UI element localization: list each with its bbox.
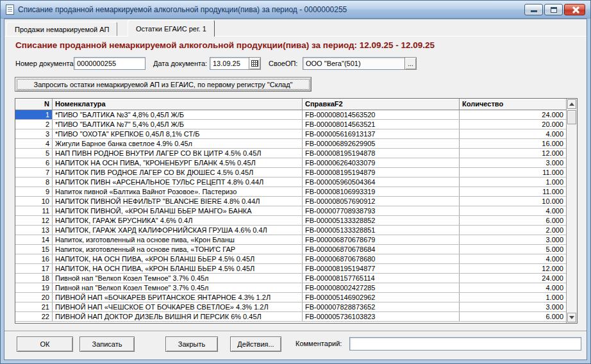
column-header-ref[interactable]: СправкаF2 (303, 99, 460, 110)
cell-ref[interactable]: FB-000008195194878 (303, 149, 460, 158)
cell-ref[interactable]: FB-000008195194879 (303, 168, 460, 177)
cell-qty[interactable]: 10.000 (460, 197, 566, 206)
table-row[interactable]: 9 Напиток пивной «Балтика Вайнот Розовое… (15, 187, 566, 197)
cell-ref[interactable]: FB-000007708938793 (303, 206, 460, 215)
cell-name[interactable]: ПИВНОЙ НАП «БОЧКАРЕВ БРИТАНСКОЕ ЯНТАРНОЕ… (53, 293, 303, 302)
maximize-button[interactable] (544, 4, 563, 15)
close-dialog-button[interactable]: Закрыть (165, 336, 218, 352)
scroll-up-button[interactable] (567, 99, 576, 109)
table-row[interactable]: 22 ПИВНОЙ НАП ДОКТОР ДИЗЕЛЬ ВИШНЯ И ПЕРС… (15, 312, 566, 322)
cell-n[interactable]: 19 (15, 283, 53, 292)
actions-button[interactable]: Действия... (230, 336, 281, 352)
cell-n[interactable]: 4 (15, 139, 53, 148)
table-row[interactable]: 17 НАПИТОК, НА ОСН ПИВА, «КРОН БЛАНШ БЬЕ… (15, 264, 566, 274)
cell-qty[interactable]: 12.000 (460, 264, 566, 273)
cell-ref[interactable]: FB-000005133328851 (303, 226, 460, 235)
cell-qty[interactable]: 24.000 (460, 274, 566, 283)
vertical-scrollbar[interactable] (566, 99, 577, 323)
cell-n[interactable]: 7 (15, 168, 53, 177)
scrollbar-thumb[interactable] (567, 110, 576, 124)
cell-name[interactable]: *ПИВО "БАЛТИКА №3" 4,8% 0,45Л Ж/Б (53, 110, 303, 119)
cell-qty[interactable]: 4.000 (460, 206, 566, 215)
cell-ref[interactable]: FB-000005736103823 (303, 312, 460, 321)
save-button[interactable]: Записать (79, 336, 135, 352)
cell-n[interactable]: 20 (15, 293, 53, 302)
cell-ref[interactable]: FB-000006870678680 (303, 254, 460, 263)
cell-n[interactable]: 6 (15, 158, 53, 167)
table-row[interactable]: 2 *ПИВО "БАЛТИКА №7" 5,4% 0,45Л Ж/Б FB-0… (15, 120, 566, 129)
table-row[interactable]: 6 НАПИТОК НА ОСН ПИВА, "КРОНЕНБУРГ БЛАНК… (15, 158, 566, 168)
request-egais-remains-button[interactable]: Запросить остатки немаркируемой АП из ЕГ… (15, 77, 312, 92)
cell-ref[interactable]: FB-000008057690912 (303, 197, 460, 206)
cell-qty[interactable]: 6.000 (460, 216, 566, 225)
cell-ref[interactable]: FB-000008002427285 (303, 283, 460, 292)
cell-name[interactable]: НАП ПИВН РОДНОЕ ВНУТРИ ЛАГЕР СО ВК ЦИТР … (53, 149, 303, 158)
table-row[interactable]: 21 ПИВНОЙ НАП «ЧЕШСКОЕ ОТ БОЧКАРЕВ СВЕТЛ… (15, 302, 566, 312)
cell-name[interactable]: ПИВНОЙ НАП ДОКТОР ДИЗЕЛЬ ВИШНЯ И ПЕРСИК … (53, 312, 303, 321)
table-row[interactable]: 3 *ПИВО "ОХОТА" КРЕПКОЕ 0,45Л 8,1% СТ/Б … (15, 129, 566, 139)
cell-qty[interactable]: 16.000 (460, 139, 566, 148)
cell-qty[interactable]: 20.000 (460, 120, 566, 129)
cell-n[interactable]: 1 (15, 110, 53, 119)
cell-ref[interactable]: FB-000006264033079 (303, 158, 460, 167)
table-row[interactable]: 20 ПИВНОЙ НАП «БОЧКАРЕВ БРИТАНСКОЕ ЯНТАР… (15, 293, 566, 302)
column-header-n[interactable]: N (15, 99, 53, 110)
cell-name[interactable]: *ПИВО "БАЛТИКА №7" 5,4% 0,45Л Ж/Б (53, 120, 303, 129)
table-row[interactable]: 13 НАПИТОК, ГАРАЖ ХАРД КАЛИФОРНИЙСКАЯ ГР… (15, 226, 566, 235)
cell-ref[interactable]: FB-000006870678684 (303, 245, 460, 254)
table-row[interactable]: 16 НАПИТОК, НА ОСН ПИВА, «КРОН БЛАНШ БЬЕ… (15, 254, 566, 264)
table-row[interactable]: 8 НАПИТОК ПИВН «АРСЕНАЛЬНОЕ ТУЛЬС РЕЦЕПТ… (15, 178, 566, 187)
table-row[interactable]: 1 *ПИВО "БАЛТИКА №3" 4,8% 0,45Л Ж/Б FB-0… (15, 110, 566, 120)
cell-ref[interactable]: FB-000005146902962 (303, 293, 460, 302)
table-row[interactable]: 5 НАП ПИВН РОДНОЕ ВНУТРИ ЛАГЕР СО ВК ЦИТ… (15, 149, 566, 158)
cell-name[interactable]: *ПИВО "ОХОТА" КРЕПКОЕ 0,45Л 8,1% СТ/Б (53, 129, 303, 138)
table-row[interactable]: 7 НАПИТОК ПИВ РОДНОЕ ЛАГЕР СО ВК ДЮШЕС 4… (15, 168, 566, 178)
cell-name[interactable]: ПИВНОЙ НАП «ЧЕШСКОЕ ОТ БОЧКАРЕВ СВЕТЛОЕ»… (53, 302, 303, 311)
cell-qty[interactable]: 6.000 (460, 312, 566, 321)
cell-n[interactable]: 14 (15, 235, 53, 244)
cell-n[interactable]: 2 (15, 120, 53, 129)
table-row[interactable]: 10 НАПИТОК ПИВНОЙ НЕФИЛЬТР "BLANCHE BIER… (15, 197, 566, 206)
cell-qty[interactable]: 1.000 (460, 178, 566, 186)
cell-ref[interactable]: FB-000008014563520 (303, 110, 460, 119)
cell-qty[interactable]: 3.000 (460, 302, 566, 311)
cell-n[interactable]: 21 (15, 302, 53, 311)
cell-ref[interactable]: FB-000007828873652 (303, 302, 460, 311)
table-row[interactable]: 14 Напиток, изготовленный на основе пива… (15, 235, 566, 245)
table-row[interactable]: 19 Пивной нап "Велкоп Козел Темное" 3.7%… (15, 283, 566, 293)
cell-ref[interactable]: FB-000005960504364 (303, 178, 460, 186)
cell-n[interactable]: 5 (15, 149, 53, 158)
cell-n[interactable]: 17 (15, 264, 53, 273)
cell-qty[interactable]: 12.000 (460, 149, 566, 158)
column-header-qty[interactable]: Количество (460, 99, 566, 110)
cell-n[interactable]: 16 (15, 254, 53, 263)
table-row[interactable]: 4 Жигули Барное банка светлое 4.9% 0.45л… (15, 139, 566, 149)
cell-qty[interactable]: 11.000 (460, 168, 566, 177)
table-row[interactable]: 18 Пивной нап "Велкоп Козел Темное" 3.7%… (15, 274, 566, 283)
cell-ref[interactable]: FB-000008014563521 (303, 120, 460, 129)
ellipsis-button[interactable]: ... (404, 57, 417, 70)
cell-ref[interactable]: FB-000006892629905 (303, 139, 460, 148)
minimize-button[interactable] (524, 4, 543, 15)
column-header-name[interactable]: Номенклатура (53, 99, 303, 110)
cell-qty[interactable]: 24.000 (460, 110, 566, 119)
cell-name[interactable]: НАПИТОК, ГАРАЖ БРУСНИКА" 4.6% 0.4Л (53, 216, 303, 225)
cell-n[interactable]: 10 (15, 197, 53, 206)
cell-qty[interactable]: 5.000 (460, 245, 566, 254)
cell-n[interactable]: 12 (15, 216, 53, 225)
table-row[interactable]: 11 НАПИТОК ПИВНОЙ, «КРОН БЛАНШ БЬЕР МАНГ… (15, 206, 566, 216)
cell-qty[interactable]: 4.000 (460, 283, 566, 292)
cell-qty[interactable]: 1.000 (460, 293, 566, 302)
cell-n[interactable]: 13 (15, 226, 53, 235)
cell-name[interactable]: НАПИТОК, НА ОСН ПИВА, «КРОН БЛАНШ БЬЕР 4… (53, 254, 303, 263)
cell-n[interactable]: 3 (15, 129, 53, 138)
cell-name[interactable]: НАПИТОК, ГАРАЖ ХАРД КАЛИФОРНИЙСКАЯ ГРУША… (53, 226, 303, 235)
cell-name[interactable]: НАПИТОК ПИВН «АРСЕНАЛЬНОЕ ТУЛЬС РЕЦЕПТ 4… (53, 178, 303, 186)
table-row[interactable]: 15 Напиток, изготовленный на основе пива… (15, 245, 566, 254)
cell-qty[interactable]: 2.000 (460, 226, 566, 235)
close-button[interactable] (564, 4, 585, 15)
doc-date-input[interactable] (210, 57, 249, 70)
cell-n[interactable]: 22 (15, 312, 53, 321)
cell-name[interactable]: НАПИТОК ПИВНОЙ, «КРОН БЛАНШ БЬЕР МАНГО» … (53, 206, 303, 215)
cell-n[interactable]: 8 (15, 178, 53, 186)
